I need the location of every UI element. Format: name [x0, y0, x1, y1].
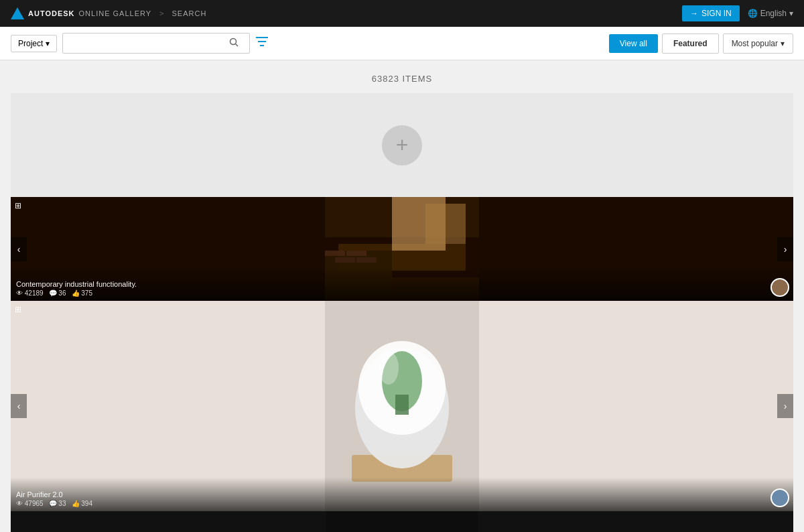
- project-filter-button[interactable]: Project ▾: [11, 35, 57, 52]
- logo-area: AUTODESK ONLINE GALLERY: [11, 7, 151, 19]
- add-new-item[interactable]: +: [11, 93, 793, 197]
- globe-icon: 🌐: [748, 9, 758, 18]
- search-button[interactable]: [224, 34, 244, 53]
- language-label: English: [760, 9, 787, 18]
- svg-rect-22: [327, 511, 478, 532]
- next-arrow-air-purifier[interactable]: ›: [777, 394, 793, 418]
- breadcrumb-separator: >: [159, 9, 163, 17]
- svg-rect-11: [325, 251, 345, 256]
- sign-in-button[interactable]: → SIGN IN: [682, 5, 740, 21]
- sign-in-icon: →: [690, 9, 698, 18]
- gallery-item-air-purifier[interactable]: ‹ › ⊞ Air Purifier 2.0 👁 47965 💬 33 👍 39…: [11, 301, 793, 511]
- most-popular-label: Most popular: [732, 39, 778, 48]
- featured-button[interactable]: Featured: [662, 34, 719, 54]
- item-title-air-purifier: Air Purifier 2.0: [16, 490, 788, 498]
- bookmark-icon-air-purifier: ⊞: [15, 305, 21, 314]
- svg-rect-14: [356, 257, 377, 263]
- next-arrow-contemporary[interactable]: ›: [777, 237, 793, 261]
- svg-rect-20: [395, 395, 409, 415]
- view-all-button[interactable]: View all: [609, 34, 658, 53]
- chevron-down-icon: ▾: [781, 39, 785, 48]
- prev-arrow-air-purifier[interactable]: ‹: [11, 394, 27, 418]
- items-count: 63823 ITEMS: [0, 60, 804, 93]
- search-breadcrumb: SEARCH: [172, 9, 207, 17]
- item-overlay-contemporary: Contemporary industrial functionality. 👁…: [11, 267, 793, 301]
- item-title-contemporary: Contemporary industrial functionality.: [16, 280, 788, 288]
- language-button[interactable]: 🌐 English ▾: [748, 9, 793, 18]
- chevron-down-icon: ▾: [46, 39, 50, 48]
- chevron-down-icon: ▾: [789, 9, 793, 18]
- header-right: → SIGN IN 🌐 English ▾: [682, 5, 793, 21]
- autodesk-logo-text: AUTODESK: [28, 9, 75, 17]
- item-overlay-air-purifier: Air Purifier 2.0 👁 47965 💬 33 👍 394: [11, 477, 793, 511]
- search-icon: [229, 38, 239, 47]
- svg-line-1: [236, 44, 239, 47]
- avatar-air-purifier: [770, 488, 789, 507]
- gallery-grid: + ‹ › ⊞ Contemporary industrial function…: [0, 93, 804, 532]
- most-popular-button[interactable]: Most popular ▾: [723, 34, 793, 54]
- comments-contemporary: 💬 36: [49, 289, 66, 297]
- airpods-image: [11, 511, 793, 532]
- filter-icon: [255, 36, 269, 48]
- svg-rect-12: [346, 251, 366, 256]
- header-left: AUTODESK ONLINE GALLERY > SEARCH: [11, 7, 206, 19]
- toolbar-left: Project ▾: [11, 33, 604, 54]
- bookmark-icon-contemporary: ⊞: [15, 201, 21, 210]
- filter-button[interactable]: [255, 36, 269, 51]
- prev-arrow-contemporary[interactable]: ‹: [11, 237, 27, 261]
- search-input[interactable]: [63, 35, 224, 52]
- likes-contemporary: 👍 375: [72, 289, 92, 297]
- views-contemporary: 👁 42189: [16, 289, 44, 297]
- gallery-item-airpods[interactable]: AirPods 2 with charging case (by Appl...…: [11, 511, 793, 532]
- sign-in-label: SIGN IN: [701, 9, 732, 18]
- toolbar-right: View all Featured Most popular ▾: [609, 34, 793, 54]
- gallery-item-contemporary[interactable]: ‹ › ⊞ Contemporary industrial functional…: [11, 197, 793, 301]
- comments-air-purifier: 💬 33: [49, 500, 66, 507]
- gallery-label: ONLINE GALLERY: [79, 9, 152, 17]
- project-label: Project: [18, 39, 43, 48]
- likes-air-purifier: 👍 394: [72, 500, 92, 507]
- search-box: [62, 33, 250, 54]
- toolbar: Project ▾ View all Featured Most popular: [0, 27, 804, 60]
- svg-point-21: [379, 351, 399, 385]
- avatar-contemporary: [770, 278, 789, 297]
- svg-rect-13: [335, 257, 355, 263]
- views-air-purifier: 👁 47965: [16, 500, 44, 507]
- autodesk-logo-icon: [11, 7, 24, 19]
- item-stats-air-purifier: 👁 47965 💬 33 👍 394: [16, 500, 788, 507]
- svg-rect-9: [425, 204, 466, 244]
- site-header: AUTODESK ONLINE GALLERY > SEARCH → SIGN …: [0, 0, 804, 27]
- add-circle-icon: +: [382, 125, 422, 165]
- svg-point-0: [230, 39, 237, 45]
- item-stats-contemporary: 👁 42189 💬 36 👍 375: [16, 289, 788, 297]
